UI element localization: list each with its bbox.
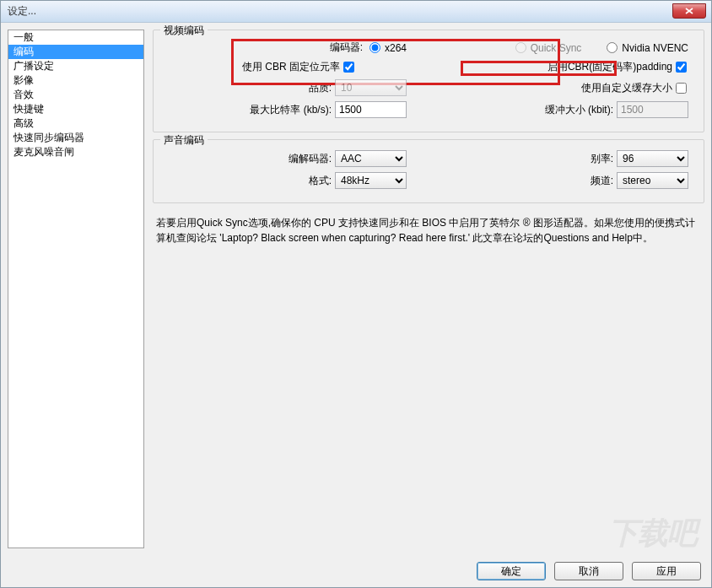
codec-select[interactable]: AAC — [335, 150, 407, 167]
sidebar-item-general[interactable]: 一般 — [8, 30, 143, 45]
cancel-button[interactable]: 取消 — [554, 562, 623, 580]
close-button[interactable] — [672, 3, 706, 19]
video-encoding-group: 视频编码 编码器: x264 Quick — [153, 30, 704, 132]
encoder-nvenc-label: Nvidia NVENC — [622, 42, 688, 54]
sidebar-item-audio[interactable]: 音效 — [8, 88, 143, 102]
help-text: 若要启用Quick Sync选项,确保你的 CPU 支持快速同步和在 BIOS … — [153, 213, 704, 247]
quality-label: 品质: — [213, 81, 332, 95]
settings-window: 设定... 一般 编码 广播设定 影像 音效 快捷键 高级 快速同步编码器 麦克… — [0, 0, 712, 588]
cbr-padding-label: 启用CBR(固定码率)padding — [547, 60, 672, 74]
max-bitrate-input[interactable] — [335, 101, 407, 118]
close-icon — [685, 8, 693, 14]
sidebar-item-noise-gate[interactable]: 麦克风噪音闸 — [8, 145, 143, 159]
encoder-nvenc-option[interactable]: Nvidia NVENC — [605, 42, 688, 54]
window-title: 设定... — [8, 4, 36, 19]
format-select[interactable]: 48kHz — [335, 172, 407, 189]
format-label: 格式: — [213, 174, 332, 188]
audio-legend: 声音编码 — [160, 133, 208, 148]
sidebar-item-video[interactable]: 影像 — [8, 73, 143, 88]
max-bitrate-label: 最大比特率 (kb/s): — [213, 103, 332, 117]
bitrate-label: 别率: — [566, 152, 613, 166]
cbr-checkbox[interactable] — [343, 62, 354, 73]
channel-label: 频道: — [566, 174, 613, 188]
buffer-size-label: 缓冲大小 (kbit): — [545, 103, 613, 117]
encoder-quicksync-option[interactable]: Quick Sync — [514, 42, 582, 54]
audio-encoding-group: 声音编码 编解码器: AAC 别率: 96 — [153, 139, 704, 203]
quality-select[interactable]: 10 — [335, 79, 407, 96]
encoder-quicksync-label: Quick Sync — [531, 42, 582, 54]
cbr-padding-option[interactable]: 启用CBR(固定码率)padding — [547, 60, 688, 74]
encoder-x264-label: x264 — [385, 42, 407, 54]
apply-button[interactable]: 应用 — [632, 562, 701, 580]
titlebar: 设定... — [1, 1, 711, 23]
sidebar: 一般 编码 广播设定 影像 音效 快捷键 高级 快速同步编码器 麦克风噪音闸 — [8, 30, 144, 548]
custom-buffer-option[interactable]: 使用自定义缓存大小 — [581, 81, 688, 95]
cbr-padding-checkbox[interactable] — [676, 62, 687, 73]
encoder-x264-radio[interactable] — [369, 42, 380, 53]
sidebar-item-hotkeys[interactable]: 快捷键 — [8, 102, 143, 116]
encoder-quicksync-radio[interactable] — [515, 42, 526, 53]
encoder-x264-option[interactable]: x264 — [368, 42, 407, 54]
sidebar-item-advanced[interactable]: 高级 — [8, 116, 143, 131]
channel-select[interactable]: stereo — [617, 172, 688, 189]
bitrate-select[interactable]: 96 — [617, 150, 688, 167]
main-panel: 视频编码 编码器: x264 Quick — [153, 30, 704, 548]
sidebar-item-quicksync[interactable]: 快速同步编码器 — [8, 131, 143, 145]
custom-buffer-checkbox[interactable] — [676, 83, 687, 94]
buffer-size-input[interactable] — [617, 101, 688, 118]
encoder-nvenc-radio[interactable] — [607, 42, 618, 53]
ok-button[interactable]: 确定 — [477, 562, 546, 580]
custom-buffer-label: 使用自定义缓存大小 — [581, 81, 672, 95]
sidebar-item-encoding[interactable]: 编码 — [8, 45, 143, 59]
video-legend: 视频编码 — [160, 24, 208, 38]
dialog-buttons: 确定 取消 应用 — [1, 555, 711, 587]
encoder-label: 编码器: — [330, 40, 363, 55]
codec-label: 编解码器: — [213, 152, 332, 166]
cbr-label: 使用 CBR 固定位元率 — [242, 60, 340, 74]
content-area: 一般 编码 广播设定 影像 音效 快捷键 高级 快速同步编码器 麦克风噪音闸 视… — [1, 23, 711, 555]
cbr-option[interactable]: 使用 CBR 固定位元率 — [242, 60, 356, 74]
sidebar-item-broadcast[interactable]: 广播设定 — [8, 59, 143, 73]
